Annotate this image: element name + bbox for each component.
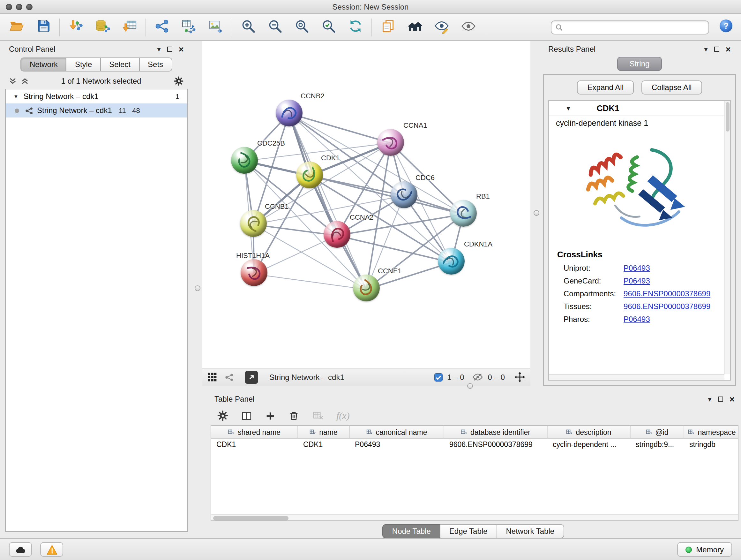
network-node-ccna1[interactable] xyxy=(377,129,404,156)
table-cell: CDK1 xyxy=(211,439,298,451)
fit-content-move-icon[interactable] xyxy=(515,372,525,382)
panel-close-icon[interactable]: × xyxy=(726,45,731,54)
splitter-handle-left[interactable] xyxy=(195,286,200,291)
tab-sets[interactable]: Sets xyxy=(139,57,172,71)
result-entry-header[interactable]: ▼ CDK1 xyxy=(549,101,730,116)
entry-collapse-caret-icon[interactable]: ▼ xyxy=(565,105,571,111)
network-from-table-button[interactable] xyxy=(179,17,199,37)
panel-maximize-icon[interactable] xyxy=(718,396,723,401)
expand-all-button[interactable]: Expand All xyxy=(577,80,634,95)
network-node-cdkn1a[interactable] xyxy=(438,248,465,274)
table-row[interactable]: CDK1CDK1P064939606.ENSP00000378699cyclin… xyxy=(211,439,738,451)
home-button[interactable] xyxy=(405,17,425,37)
zoom-in-button[interactable] xyxy=(238,17,259,37)
documents-copy-icon xyxy=(381,19,395,36)
tab-edge-table[interactable]: Edge Table xyxy=(440,524,497,538)
refresh-view-button[interactable] xyxy=(345,17,366,37)
network-options-gear-icon[interactable] xyxy=(174,76,184,86)
cloud-button[interactable] xyxy=(9,542,32,557)
network-row[interactable]: String Network – cdk1 11 48 xyxy=(6,104,187,118)
selected-checkbox-icon[interactable] xyxy=(434,373,443,381)
tab-network-table[interactable]: Network Table xyxy=(496,524,564,538)
save-session-button[interactable] xyxy=(33,17,54,37)
panel-menu-icon[interactable]: ▾ xyxy=(708,395,712,402)
column-header-name[interactable]: name xyxy=(298,426,350,438)
column-header-description[interactable]: description xyxy=(548,426,630,438)
zoom-selected-button[interactable] xyxy=(319,17,339,37)
add-column-plus-icon[interactable] xyxy=(265,410,276,421)
results-panel-splitter[interactable] xyxy=(530,41,543,392)
crosslink-value-link[interactable]: 9606.ENSP00000378699 xyxy=(623,289,711,298)
minimize-window-button[interactable] xyxy=(16,3,22,10)
tree-expand-caret-icon[interactable]: ▼ xyxy=(13,94,18,99)
column-header-database-identifier[interactable]: database identifier xyxy=(444,426,548,438)
network-view-share-icon[interactable] xyxy=(225,373,233,381)
crosslink-value-link[interactable]: P06493 xyxy=(623,276,650,286)
memory-button[interactable]: Memory xyxy=(677,542,732,557)
zoom-fit-button[interactable] xyxy=(292,17,312,37)
column-header-namespace[interactable]: namespace xyxy=(684,426,738,438)
crosslink-value-link[interactable]: P06493 xyxy=(623,264,650,273)
scrollbar-thumb[interactable] xyxy=(726,102,730,132)
delete-column-trash-icon[interactable] xyxy=(288,410,299,421)
network-node-cdk1[interactable] xyxy=(296,162,323,188)
column-header--id[interactable]: @id xyxy=(630,426,684,438)
help-button[interactable]: ? xyxy=(717,17,735,37)
tab-node-table[interactable]: Node Table xyxy=(383,524,441,538)
entry-horizontal-scrollbar[interactable] xyxy=(549,374,724,380)
network-node-ccne1[interactable] xyxy=(353,274,380,301)
search-input[interactable] xyxy=(566,23,704,32)
network-canvas[interactable]: CCNB2CCNA1CDC25BCDK1CDC6RB1CCNB1CCNA2CDK… xyxy=(202,41,530,368)
crosslink-value-link[interactable]: P06493 xyxy=(623,315,650,324)
table-horizontal-scrollbar[interactable] xyxy=(211,514,738,520)
tab-select[interactable]: Select xyxy=(100,57,139,71)
export-image-button[interactable] xyxy=(205,17,226,37)
expand-all-networks-icon[interactable] xyxy=(9,77,17,85)
import-network-from-file-button[interactable] xyxy=(66,17,86,37)
show-columns-icon[interactable] xyxy=(241,410,252,421)
panel-close-icon[interactable]: × xyxy=(730,395,735,403)
network-node-ccnb2[interactable] xyxy=(276,100,302,126)
network-node-rb1[interactable] xyxy=(450,200,477,227)
network-node-label-ccna2: CCNA2 xyxy=(350,213,374,221)
zoom-window-button[interactable] xyxy=(26,3,32,10)
panel-menu-icon[interactable]: ▾ xyxy=(704,46,708,53)
table-settings-gear-icon[interactable] xyxy=(217,410,228,422)
table-panel-splitter[interactable] xyxy=(202,386,530,392)
tab-network[interactable]: Network xyxy=(21,57,67,71)
column-header-canonical-name[interactable]: canonical name xyxy=(350,426,444,438)
scrollbar-thumb[interactable] xyxy=(213,516,288,520)
panel-maximize-icon[interactable] xyxy=(167,47,172,52)
import-network-from-database-button[interactable] xyxy=(92,17,113,37)
network-node-cdc25b[interactable] xyxy=(231,147,258,174)
detach-view-button[interactable] xyxy=(245,371,258,383)
splitter-handle-right[interactable] xyxy=(534,210,539,216)
collapse-all-button[interactable]: Collapse All xyxy=(642,80,702,95)
import-table-from-file-button[interactable] xyxy=(119,17,140,37)
panel-menu-icon[interactable]: ▾ xyxy=(157,46,161,53)
panel-close-icon[interactable]: × xyxy=(179,45,184,54)
network-node-ccnb1[interactable] xyxy=(240,210,267,237)
grid-view-icon[interactable] xyxy=(207,372,217,382)
zoom-out-button[interactable] xyxy=(265,17,285,37)
network-node-ccna2[interactable] xyxy=(324,221,350,248)
crosslink-value-link[interactable]: 9606.ENSP00000378699 xyxy=(623,302,711,311)
network-node-cdc6[interactable] xyxy=(391,181,417,208)
column-header-shared-name[interactable]: shared name xyxy=(211,426,298,438)
network-node-hist1h1a[interactable] xyxy=(241,259,267,286)
panel-maximize-icon[interactable] xyxy=(714,47,719,52)
splitter-handle-bottom[interactable] xyxy=(467,383,473,389)
collapse-all-networks-icon[interactable] xyxy=(21,77,29,85)
toggle-annotations-button[interactable] xyxy=(431,17,452,37)
close-window-button[interactable] xyxy=(6,3,12,10)
warnings-button[interactable] xyxy=(40,542,63,557)
entry-vertical-scrollbar[interactable] xyxy=(724,101,730,374)
tab-style[interactable]: Style xyxy=(66,57,101,71)
tab-string[interactable]: String xyxy=(617,57,662,71)
duplicate-document-button[interactable] xyxy=(378,17,398,37)
blue-network-button[interactable] xyxy=(152,17,172,37)
hidden-eye-slash-icon[interactable] xyxy=(473,372,483,382)
toggle-graphics-details-button[interactable] xyxy=(458,17,479,37)
open-session-button[interactable] xyxy=(6,17,27,37)
network-collection-row[interactable]: ▼ String Network – cdk1 1 xyxy=(6,89,187,104)
